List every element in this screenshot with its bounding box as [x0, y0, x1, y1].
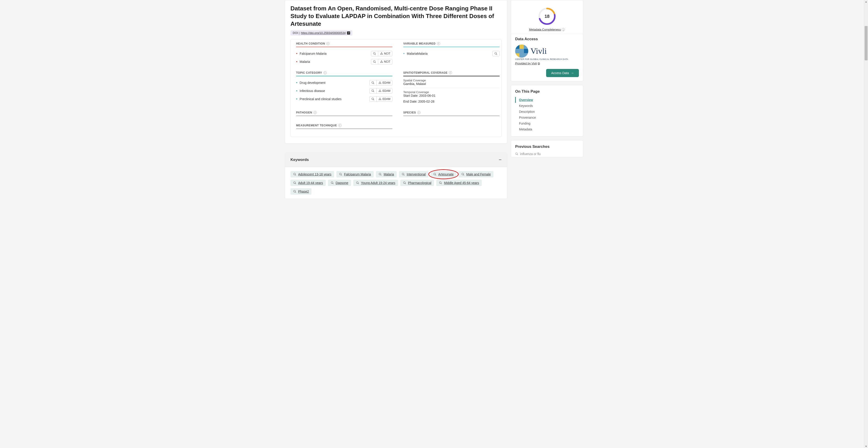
access-data-label: Access Data	[551, 71, 569, 75]
badge-group: NCIT	[371, 51, 393, 56]
svg-line-61	[435, 175, 436, 175]
toc-list: OverviewKeywordsDescriptionProvenanceFun…	[515, 97, 579, 132]
search-icon[interactable]	[370, 80, 376, 85]
toc-item-funding[interactable]: Funding	[515, 121, 579, 126]
previous-search-item[interactable]: influenza or flu	[515, 152, 579, 156]
info-icon[interactable]: i	[449, 71, 452, 74]
search-icon	[339, 173, 342, 176]
svg-rect-34	[380, 90, 380, 90]
badge-group: EDAM	[369, 88, 393, 94]
keyword-pill[interactable]: Adult 19-44 years	[290, 180, 326, 186]
svg-point-42	[372, 98, 374, 100]
svg-rect-12	[381, 61, 382, 61]
section-heading: TOPIC CATEGORY i	[296, 71, 393, 76]
keyword-pill[interactable]: Young Adult 19-24 years	[353, 180, 398, 186]
doi-pill: DOI | https://doi.org/10.25934/00000534 …	[290, 30, 352, 35]
list-item: MalariaMalaria	[403, 50, 500, 58]
search-icon	[331, 181, 334, 185]
collapse-icon[interactable]: −	[499, 157, 502, 163]
ontology-badge[interactable]: NCIT	[378, 51, 392, 56]
tree-icon	[378, 97, 381, 101]
score-ring: 18	[537, 6, 557, 26]
list-item: Infectious diseaseEDAM	[296, 87, 393, 95]
ontology-badge[interactable]: NCIT	[378, 59, 392, 64]
svg-line-63	[463, 175, 464, 175]
section-heading: PATHOGEN i	[296, 111, 393, 116]
svg-point-74	[293, 190, 296, 192]
scrollbar[interactable]: ▲ ▼	[864, 0, 868, 199]
ontology-badge[interactable]: EDAM	[376, 80, 392, 85]
svg-point-20	[495, 53, 497, 54]
svg-point-58	[402, 173, 404, 175]
search-icon	[461, 173, 465, 176]
badge-group: EDAM	[369, 80, 393, 86]
svg-point-60	[434, 173, 436, 175]
dataset-header: Dataset from An Open, Randomised, Multi-…	[285, 0, 507, 143]
vivli-mark-icon	[515, 44, 528, 58]
doi-link[interactable]: https://doi.org/10.25934/00000534	[301, 31, 346, 35]
search-icon[interactable]	[370, 88, 376, 93]
variable-measured-list: MalariaMalaria	[403, 50, 500, 58]
ontology-badge[interactable]: EDAM	[376, 88, 392, 93]
keyword-pill[interactable]: Middle Aged 45-64 years	[436, 180, 482, 186]
toc-item-overview[interactable]: Overview	[515, 97, 579, 103]
keywords-header[interactable]: Keywords −	[285, 153, 507, 167]
page-title: Dataset from An Open, Randomised, Multi-…	[290, 5, 502, 28]
info-icon[interactable]: i	[437, 42, 440, 45]
provided-by-link[interactable]: Provided by Vivli ⧉	[515, 62, 540, 65]
keywords-card: Keywords − Adolescent 13-18 yearsFalcipa…	[285, 153, 507, 199]
toc-item-keywords[interactable]: Keywords	[515, 103, 579, 109]
svg-rect-36	[380, 92, 380, 92]
keyword-pill[interactable]: Male and Female	[459, 171, 493, 178]
heading-text: TOPIC CATEGORY	[296, 71, 322, 74]
metadata-completeness-link[interactable]: Metadata Completeness i	[515, 28, 579, 31]
svg-line-33	[373, 91, 374, 92]
scrollbar-thumb[interactable]	[865, 26, 868, 60]
heading-text: PATHOGEN	[296, 111, 312, 114]
info-icon[interactable]: i	[313, 111, 317, 114]
keyword-label: Middle Aged 45-64 years	[444, 181, 479, 185]
svg-line-43	[373, 99, 374, 100]
info-icon[interactable]: i	[417, 111, 421, 114]
keyword-pill[interactable]: Adolescent 13-18 years	[290, 171, 334, 178]
section-underline	[403, 116, 500, 116]
keyword-label: Pharmacological	[408, 181, 432, 185]
info-icon: i	[562, 28, 565, 31]
info-icon[interactable]: i	[338, 124, 342, 127]
keyword-pill[interactable]: Malaria	[376, 171, 397, 178]
toc-item-provenance[interactable]: Provenance	[515, 115, 579, 121]
search-icon[interactable]	[493, 51, 499, 56]
svg-line-65	[295, 183, 296, 184]
keyword-label: Dapsone	[336, 181, 348, 185]
keyword-pill[interactable]: Dapsone	[328, 180, 351, 186]
toc-item-metadata[interactable]: Metadata	[515, 126, 579, 132]
svg-line-80	[517, 154, 518, 155]
toc-item-description[interactable]: Description	[515, 109, 579, 115]
access-data-button[interactable]: Access Data →	[546, 69, 579, 77]
spatial-coverage-value: Gambia, Malawi	[403, 82, 500, 86]
keyword-pill[interactable]: Phase2	[290, 188, 311, 195]
search-icon[interactable]	[371, 59, 378, 64]
svg-rect-46	[380, 100, 380, 100]
info-icon[interactable]: i	[327, 42, 330, 45]
previous-search-label: influenza or flu	[520, 152, 541, 156]
keyword-pill[interactable]: Artesunate	[431, 171, 456, 178]
scroll-up-arrow[interactable]: ▲	[864, 0, 868, 3]
heading-text: VARIABLE MEASURED	[403, 42, 436, 45]
keyword-label: Adolescent 13-18 years	[298, 172, 331, 176]
keyword-pill[interactable]: Pharmacological	[400, 180, 434, 186]
svg-line-67	[333, 183, 333, 184]
info-icon[interactable]: i	[323, 71, 327, 74]
search-icon[interactable]	[370, 97, 376, 101]
start-date: Start Date: 2003-06-01	[403, 94, 500, 97]
keyword-label: Falciparum Malaria	[344, 172, 371, 176]
badge-group	[492, 51, 500, 56]
keyword-pill[interactable]: Interventional	[399, 171, 428, 178]
end-date: End Date: 2005-02-28	[403, 100, 500, 103]
search-icon[interactable]	[371, 51, 378, 56]
ontology-badge[interactable]: EDAM	[376, 97, 392, 101]
keyword-pill[interactable]: Falciparum Malaria	[336, 171, 374, 178]
svg-rect-37	[381, 92, 381, 92]
search-icon	[293, 173, 296, 176]
item-label: Malaria	[300, 60, 371, 64]
